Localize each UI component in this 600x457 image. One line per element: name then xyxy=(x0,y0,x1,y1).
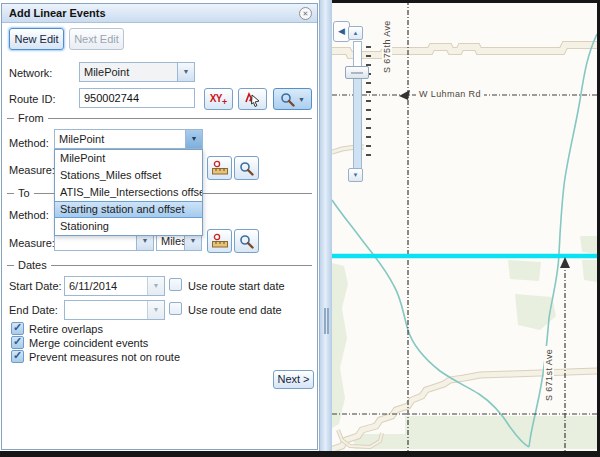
vegetation-patch xyxy=(405,416,597,449)
to-method-label: Method: xyxy=(9,209,49,221)
to-measure-search-button[interactable] xyxy=(234,229,259,253)
start-date-combobox[interactable]: 6/11/2014 ▼ xyxy=(64,276,165,296)
creek-line xyxy=(332,200,529,447)
network-label: Network: xyxy=(9,67,52,79)
route-direction-arrow xyxy=(560,257,570,268)
ruler-icon xyxy=(211,160,229,176)
route-id-input[interactable] xyxy=(79,88,195,108)
search-icon xyxy=(280,92,295,107)
dialog-header[interactable]: Add Linear Events ✕ xyxy=(2,4,317,23)
from-method-combobox[interactable]: MilePoint ▼ xyxy=(54,129,203,149)
dropdown-option[interactable]: Stationing xyxy=(55,218,202,235)
window-bottom-border xyxy=(0,451,600,457)
merge-coincident-events-checkbox[interactable]: ✓ xyxy=(11,336,24,349)
chevron-down-icon[interactable]: ▼ xyxy=(185,130,202,148)
vegetation-patch xyxy=(580,236,597,254)
to-measure-on-map-button[interactable] xyxy=(207,229,232,253)
chevron-down-icon[interactable]: ▼ xyxy=(147,301,164,319)
plus-arrow-icon: ▲ xyxy=(353,30,359,36)
use-route-start-date-checkbox[interactable] xyxy=(169,278,182,291)
chevron-down-icon: ▼ xyxy=(298,96,305,103)
map-canvas[interactable]: S 675th Ave W Luhman Rd S 671st Ave ◀ ▲ … xyxy=(332,0,600,451)
road-label-w-luhman-rd: W Luhman Rd xyxy=(416,89,484,99)
select-arrow-icon xyxy=(244,91,262,107)
prevent-measures-label: Prevent measures not on route xyxy=(29,351,180,363)
close-icon[interactable]: ✕ xyxy=(299,7,312,20)
zoom-out-button[interactable]: ▼ xyxy=(348,168,363,182)
splitter-grip-icon xyxy=(324,308,326,334)
zoom-slider-handle[interactable] xyxy=(345,66,369,79)
search-icon xyxy=(239,234,254,249)
search-icon xyxy=(239,161,254,176)
add-xy-point-button[interactable]: XY+ xyxy=(204,88,233,110)
chevron-down-icon[interactable]: ▼ xyxy=(147,277,164,295)
end-date-combobox[interactable]: ▼ xyxy=(64,300,165,320)
end-date-value xyxy=(65,301,147,319)
next-button[interactable]: Next > xyxy=(273,370,314,389)
start-date-label: Start Date: xyxy=(9,280,62,292)
use-route-end-date-checkbox[interactable] xyxy=(169,302,182,315)
method-dropdown-list: MilePoint Stations_Miles offset ATIS_Mil… xyxy=(54,149,203,236)
dates-section-divider: Dates xyxy=(7,265,312,266)
prevent-measures-checkbox[interactable]: ✓ xyxy=(11,350,24,363)
to-legend: To xyxy=(14,187,34,199)
select-route-on-map-button[interactable] xyxy=(238,88,267,110)
use-route-start-date-label: Use route start date xyxy=(188,280,285,292)
from-method-label: Method: xyxy=(9,137,49,149)
from-measure-label: Measure: xyxy=(9,164,55,176)
zoom-in-button[interactable]: ▲ xyxy=(348,26,363,40)
vegetation-patch xyxy=(508,260,541,281)
check-icon: ✓ xyxy=(13,321,22,334)
dropdown-option[interactable]: Stations_Miles offset xyxy=(55,167,202,184)
dropdown-option-highlighted[interactable]: Starting station and offset xyxy=(55,201,202,218)
start-date-value: 6/11/2014 xyxy=(65,277,147,295)
dates-legend: Dates xyxy=(14,259,51,271)
chevron-down-icon[interactable]: ▼ xyxy=(177,63,194,81)
use-route-end-date-label: Use route end date xyxy=(188,304,282,316)
from-measure-search-button[interactable] xyxy=(234,156,259,180)
next-edit-button: Next Edit xyxy=(69,28,124,50)
route-id-label: Route ID: xyxy=(9,93,55,105)
minus-arrow-icon: ▼ xyxy=(353,172,359,178)
check-icon: ✓ xyxy=(13,349,22,362)
dialog-title: Add Linear Events xyxy=(9,7,106,19)
map-top-border xyxy=(332,0,600,3)
ruler-icon xyxy=(211,233,229,249)
check-icon: ✓ xyxy=(13,335,22,348)
merge-coincident-events-label: Merge coincident events xyxy=(29,337,148,349)
network-value: MilePoint xyxy=(80,63,177,81)
end-date-label: End Date: xyxy=(9,304,58,316)
from-measure-on-map-button[interactable] xyxy=(207,156,232,180)
retire-overlaps-checkbox[interactable]: ✓ xyxy=(11,322,24,335)
road-label-s-671st-ave: S 671st Ave xyxy=(544,346,554,404)
from-section-divider: From xyxy=(7,118,312,119)
zoom-slider-fill xyxy=(354,73,361,168)
dropdown-option[interactable]: MilePoint xyxy=(55,150,202,167)
collapse-arrow-icon: ◀ xyxy=(338,26,345,36)
road-label-s-675th-ave: S 675th Ave xyxy=(382,17,392,76)
panel-splitter[interactable] xyxy=(319,0,332,451)
to-measure-label: Measure: xyxy=(9,237,55,249)
highway-corridor xyxy=(332,45,597,55)
vegetation-patch xyxy=(582,260,597,282)
app-window: Add Linear Events ✕ New Edit Next Edit N… xyxy=(0,0,600,457)
network-combobox[interactable]: MilePoint ▼ xyxy=(79,62,195,82)
map-graphics xyxy=(332,0,597,451)
xy-icon: XY+ xyxy=(210,92,228,107)
dropdown-option[interactable]: ATIS_Mile_Intersections offset xyxy=(55,184,202,201)
road-arrow xyxy=(399,90,410,100)
from-method-value: MilePoint xyxy=(55,130,185,148)
new-edit-button[interactable]: New Edit xyxy=(9,28,64,50)
zoom-slider-ticks xyxy=(366,46,371,163)
from-legend: From xyxy=(14,112,48,124)
retire-overlaps-label: Retire overlaps xyxy=(29,323,103,335)
vegetation-patch xyxy=(332,263,348,428)
add-linear-events-dialog: Add Linear Events ✕ New Edit Next Edit N… xyxy=(1,3,318,450)
route-search-menu-button[interactable]: ▼ xyxy=(273,88,312,110)
